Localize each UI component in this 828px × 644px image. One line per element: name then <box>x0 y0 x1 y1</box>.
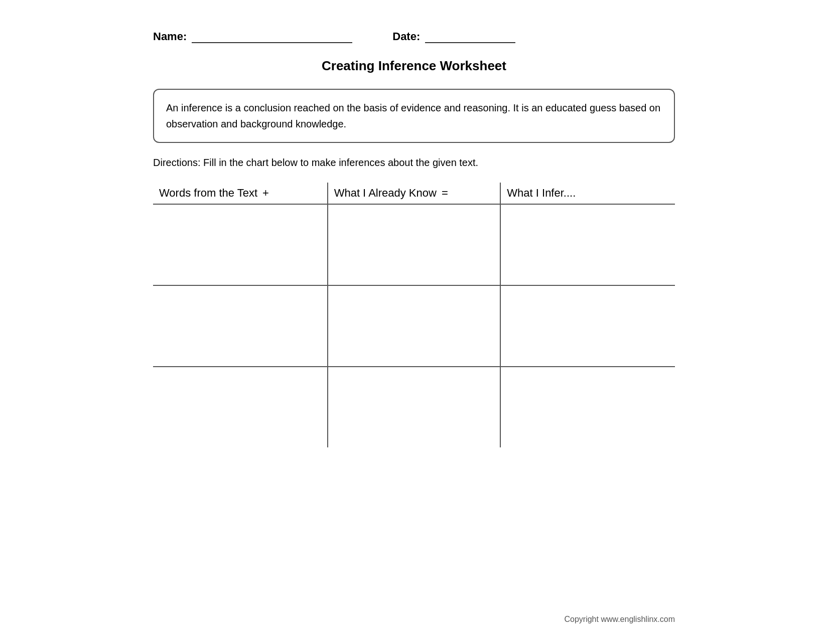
row2-col2 <box>327 286 501 366</box>
worksheet-title: Creating Inference Worksheet <box>153 58 675 74</box>
directions-text: Directions: Fill in the chart below to m… <box>153 157 675 169</box>
row1-col1 <box>153 205 327 285</box>
col1-header: Words from the Text + <box>153 183 327 204</box>
inference-chart: Words from the Text + What I Already Kno… <box>153 183 675 447</box>
col3-header-text: What I Infer.... <box>507 187 576 200</box>
copyright-text: Copyright www.englishlinx.com <box>564 615 675 624</box>
row3-col2 <box>327 367 501 447</box>
table-row <box>153 205 675 286</box>
chart-header-row: Words from the Text + What I Already Kno… <box>153 183 675 204</box>
col2-header: What I Already Know = <box>327 183 501 204</box>
col3-header: What I Infer.... <box>501 183 675 204</box>
worksheet-page: Name: Date: Creating Inference Worksheet… <box>113 0 715 644</box>
col2-symbol: = <box>442 187 448 200</box>
col1-symbol: + <box>262 187 269 200</box>
chart-rows <box>153 205 675 447</box>
name-field: Name: <box>153 30 352 43</box>
row1-col2 <box>327 205 501 285</box>
row3-col3 <box>501 367 675 447</box>
col1-header-text: Words from the Text <box>159 187 257 200</box>
row1-col3 <box>501 205 675 285</box>
name-input-line <box>192 31 352 43</box>
row3-col1 <box>153 367 327 447</box>
row2-col3 <box>501 286 675 366</box>
date-label: Date: <box>392 30 420 43</box>
table-row <box>153 367 675 447</box>
col2-header-text: What I Already Know <box>334 187 437 200</box>
header-row: Name: Date: <box>153 30 675 43</box>
row2-col1 <box>153 286 327 366</box>
date-field: Date: <box>392 30 515 43</box>
date-input-line <box>425 31 515 43</box>
definition-box: An inference is a conclusion reached on … <box>153 89 675 143</box>
table-row <box>153 286 675 367</box>
name-label: Name: <box>153 30 187 43</box>
